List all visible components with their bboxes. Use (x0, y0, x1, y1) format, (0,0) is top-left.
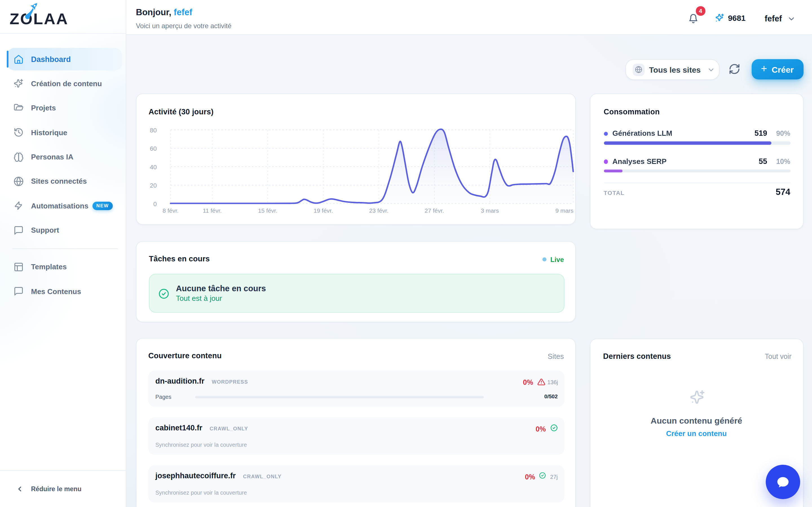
svg-text:19 févr.: 19 févr. (313, 207, 333, 214)
svg-text:0: 0 (153, 200, 157, 207)
svg-text:3 mars: 3 mars (481, 207, 499, 214)
svg-text:9 mars: 9 mars (555, 207, 573, 214)
svg-text:15 févr.: 15 févr. (258, 207, 277, 214)
svg-text:40: 40 (150, 163, 157, 170)
svg-text:27 févr.: 27 févr. (424, 207, 444, 214)
svg-text:8 févr.: 8 févr. (162, 207, 179, 214)
svg-text:20: 20 (150, 182, 157, 189)
svg-text:60: 60 (150, 145, 157, 152)
svg-text:11 févr.: 11 févr. (203, 207, 221, 214)
svg-text:23 févr.: 23 févr. (369, 207, 389, 214)
svg-text:80: 80 (150, 126, 157, 133)
